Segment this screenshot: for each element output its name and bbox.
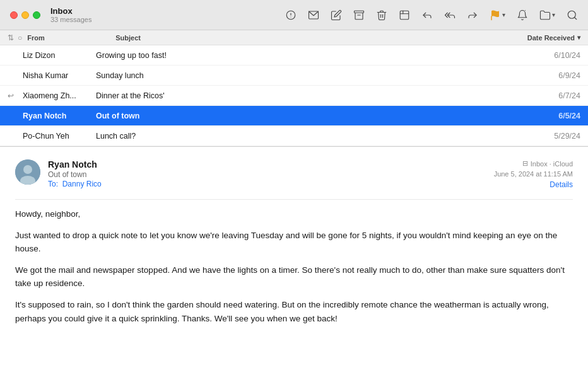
email-row[interactable]: ↩ Xiaomeng Zh... Dinner at the Ricos' 6/… bbox=[0, 86, 588, 106]
folder-chevron-icon: ▾ bbox=[552, 11, 555, 18]
email-row[interactable]: Po-Chun Yeh Lunch call? 5/29/24 bbox=[0, 126, 588, 146]
forward-icon[interactable] bbox=[467, 9, 478, 21]
row-date: 6/5/24 bbox=[479, 112, 580, 120]
traffic-lights bbox=[10, 11, 40, 19]
compose-icon[interactable] bbox=[331, 9, 342, 21]
folder-button[interactable]: ▾ bbox=[539, 9, 555, 21]
row-subject: Dinner at the Ricos' bbox=[96, 91, 479, 100]
svg-rect-6 bbox=[400, 11, 409, 20]
row-date: 5/29/24 bbox=[479, 132, 580, 141]
email-body: Howdy, neighbor, Just wanted to drop a q… bbox=[15, 207, 573, 325]
sender-info: Ryan Notch Out of town To: Danny Rico bbox=[48, 159, 494, 188]
archive-icon[interactable] bbox=[353, 9, 365, 21]
window-subtitle: 33 messages bbox=[50, 16, 91, 23]
details-link[interactable]: Details bbox=[550, 180, 573, 189]
to-label: To: bbox=[48, 180, 58, 188]
column-subject: Subject bbox=[115, 34, 479, 42]
reply-icon[interactable] bbox=[421, 9, 433, 21]
row-from: Po-Chun Yeh bbox=[23, 132, 96, 141]
row-date: 6/10/24 bbox=[479, 51, 580, 60]
email-date: June 5, 2024 at 11:15 AM bbox=[494, 170, 573, 178]
email-row[interactable]: Nisha Kumar Sunday lunch 6/9/24 bbox=[0, 66, 588, 86]
avatar bbox=[15, 159, 40, 185]
replied-indicator: ↩ bbox=[8, 91, 23, 100]
location-text: Inbox · iCloud bbox=[531, 160, 573, 168]
email-subject-label: Out of town bbox=[48, 170, 494, 179]
sort-asc-icon[interactable]: ⇅ bbox=[8, 33, 14, 42]
window-title: Inbox bbox=[50, 6, 73, 16]
toolbar: ▾ ▾ bbox=[285, 9, 578, 21]
row-from: Xiaomeng Zh... bbox=[23, 91, 96, 100]
row-from: Ryan Notch bbox=[23, 112, 96, 120]
row-date: 6/7/24 bbox=[479, 91, 580, 100]
row-subject: Out of town bbox=[96, 112, 479, 120]
body-paragraph-4: It's supposed to rain, so I don't think … bbox=[15, 298, 573, 325]
svg-line-11 bbox=[574, 17, 576, 19]
svg-rect-4 bbox=[355, 11, 364, 13]
list-header: ⇅ ○ From Subject Date Received ▾ bbox=[0, 30, 588, 45]
mail-icon[interactable] bbox=[308, 9, 319, 21]
sender-name: Ryan Notch bbox=[48, 159, 494, 170]
row-subject: Sunday lunch bbox=[96, 71, 479, 80]
svg-point-13 bbox=[23, 165, 32, 174]
flag-button[interactable]: ▾ bbox=[490, 9, 505, 21]
mailbox-location: ⊟ Inbox · iCloud bbox=[522, 159, 573, 168]
titlebar: Inbox 33 messages bbox=[0, 0, 588, 30]
body-paragraph-2: Just wanted to drop a quick note to let … bbox=[15, 229, 573, 256]
move-trash-icon[interactable] bbox=[399, 9, 410, 21]
row-from: Liz Dizon bbox=[23, 51, 96, 60]
inbox-icon: ⊟ bbox=[522, 159, 528, 168]
trash-icon[interactable] bbox=[376, 9, 387, 21]
header-divider bbox=[15, 199, 573, 200]
main-content: ⇅ ○ From Subject Date Received ▾ Liz Diz… bbox=[0, 30, 588, 368]
to-field: To: Danny Rico bbox=[48, 180, 494, 188]
unread-filter-icon[interactable]: ○ bbox=[18, 33, 22, 42]
email-row[interactable]: Liz Dizon Growing up too fast! 6/10/24 bbox=[0, 45, 588, 66]
email-list: ⇅ ○ From Subject Date Received ▾ Liz Diz… bbox=[0, 30, 588, 147]
body-paragraph-3: We got the mail and newspaper stopped. A… bbox=[15, 263, 573, 290]
close-button[interactable] bbox=[10, 11, 18, 19]
notification-icon[interactable] bbox=[517, 9, 528, 21]
search-icon[interactable] bbox=[567, 9, 578, 21]
minimize-button[interactable] bbox=[21, 11, 29, 19]
flag-chevron-icon: ▾ bbox=[502, 11, 505, 18]
date-sort-chevron-icon: ▾ bbox=[577, 34, 580, 41]
body-paragraph-1: Howdy, neighbor, bbox=[15, 207, 573, 221]
title-area: Inbox 33 messages bbox=[50, 6, 91, 23]
maximize-button[interactable] bbox=[33, 11, 40, 19]
to-recipient: Danny Rico bbox=[62, 180, 102, 188]
row-date: 6/9/24 bbox=[479, 71, 580, 80]
column-date: Date Received ▾ bbox=[479, 34, 580, 42]
detail-meta: ⊟ Inbox · iCloud June 5, 2024 at 11:15 A… bbox=[494, 159, 573, 189]
row-from: Nisha Kumar bbox=[23, 71, 96, 80]
sort-controls: ⇅ ○ bbox=[8, 33, 22, 42]
email-detail: Ryan Notch Out of town To: Danny Rico ⊟ … bbox=[0, 147, 588, 368]
detail-header: Ryan Notch Out of town To: Danny Rico ⊟ … bbox=[15, 159, 573, 189]
note-icon[interactable] bbox=[285, 9, 297, 21]
reply-all-icon[interactable] bbox=[444, 9, 456, 21]
row-subject: Growing up too fast! bbox=[96, 51, 479, 60]
column-from: From bbox=[27, 34, 115, 42]
row-subject: Lunch call? bbox=[96, 132, 479, 141]
email-row-selected[interactable]: Ryan Notch Out of town 6/5/24 bbox=[0, 106, 588, 126]
